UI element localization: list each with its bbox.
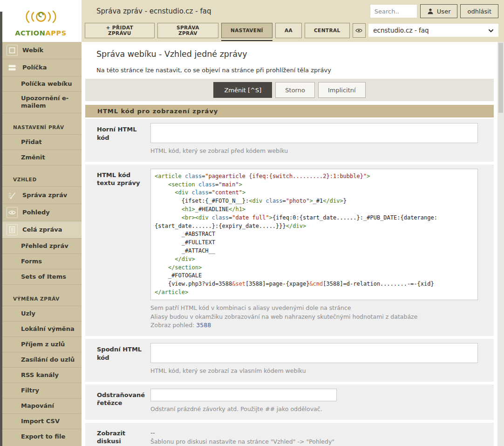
search-input[interactable] — [370, 4, 417, 18]
user-button-label: User — [437, 8, 451, 15]
removed-strings-input[interactable] — [150, 389, 337, 401]
sidebar-item-mapovani[interactable]: Mapování — [0, 398, 82, 413]
user-button[interactable]: User — [420, 4, 458, 18]
sidebar-item-label: Filtry — [21, 387, 39, 394]
removed-strings-label: Odstraňované řetězce — [97, 389, 150, 414]
sidebar-item-forms[interactable]: Forms — [0, 254, 82, 269]
top-html-label: Horní HTML kód — [97, 123, 150, 156]
rows-icon — [7, 62, 18, 73]
top-html-hint: HTML kód, který se zobrazí před kódem we… — [150, 147, 478, 156]
bottom-html-hint: HTML kód, který se zobrazí za vlasním kó… — [150, 367, 478, 376]
form-row-removed-strings: Odstraňované řetězce Odstraní prázdné zá… — [85, 384, 494, 420]
vertical-scrollbar[interactable] — [497, 42, 504, 446]
code-line: _#FULLTEXT — [155, 239, 474, 247]
sidebar-item-label: Příjem z uzlů — [21, 341, 65, 348]
code-line: </section> — [155, 264, 474, 272]
code-line: <br><div class="date full">{ifeq:0:{star… — [155, 214, 474, 222]
sidebar-item-import-csv[interactable]: Import CSV — [0, 413, 82, 429]
top-html-textarea[interactable] — [150, 123, 478, 143]
sidebar-item-label: Lokální výměna — [21, 325, 75, 333]
sidebar-item-label: Políčka webíku — [21, 80, 72, 88]
code-line: <div class="content"> — [155, 189, 474, 197]
code-line: {view.php3?vid=3588&set[3588]=page-{xpag… — [155, 280, 474, 288]
default-button[interactable]: Implicitní — [318, 82, 366, 98]
sidebar-item-sets-of-items[interactable]: Sets of Items — [0, 269, 82, 284]
code-line: _#FOTOGALE — [155, 272, 474, 280]
sidebar-item-label: Pohledy — [22, 209, 50, 216]
sidebar-item-sprava-zprav[interactable]: Správa zpráv — [0, 186, 82, 204]
tab-nastaveni[interactable]: NASTAVENÍ — [221, 23, 272, 38]
tab-pridat-zpravu[interactable]: + PŘIDAT ZPRÁVU — [85, 23, 155, 38]
sidebar-item-lokalni-vymena[interactable]: Lokální výměna — [0, 321, 82, 336]
submit-button[interactable]: Změnit [^S] — [213, 82, 272, 98]
sidebar-item-zmenit[interactable]: Změnit — [0, 150, 82, 165]
action-bar-top: Změnit [^S] Storno Implicitní — [85, 79, 494, 101]
scrollbar-thumb[interactable] — [498, 43, 503, 113]
sidebar-section-label: NASTAVENÍ PRÁV — [13, 124, 64, 130]
tab-sprava-zprav[interactable]: SPRÁVA ZPRÁV — [157, 23, 218, 38]
form-row-body-html: HTML kód textu zprávy <article class="pa… — [85, 165, 494, 336]
code-line: {start_date......}:{expiry_date.....}}}<… — [155, 222, 474, 231]
eye-icon — [7, 207, 18, 218]
topbar: Správa zpráv - ecnstudio.cz - faq User o… — [82, 0, 504, 42]
logo-block[interactable]: ACTIONAPPS — [0, 0, 82, 42]
code-line: _#ATTACH__ — [155, 247, 474, 255]
discussion-label: Zobrazit diskusi — [97, 427, 150, 446]
sidebar-item-uzly[interactable]: Uzly — [0, 306, 82, 321]
tab-central[interactable]: CENTRAL — [305, 23, 350, 38]
sidebar-item-label: Webík — [22, 47, 43, 54]
section-header: HTML kód pro zobrazení zprávy — [85, 105, 494, 117]
sidebar-item-zasilani-do-uzlu[interactable]: Zasílání do uzlů — [0, 352, 82, 367]
wordmark-apps: APPS — [45, 29, 66, 37]
code-line: </div> — [155, 255, 474, 264]
sidebar: ACTIONAPPS WebíkPolíčkaPolíčka webíkuUpo… — [0, 0, 82, 446]
page-title: Správa webíku - Vzhled jedné zprávy — [96, 49, 497, 59]
sidebar-item-label: Políčka — [22, 64, 47, 71]
topbar-title-row: Správa zpráv - ecnstudio.cz - faq User o… — [82, 0, 504, 22]
sidebar-item-prijem-z-uzlu[interactable]: Příjem z uzlů — [0, 336, 82, 352]
sidebar-item-label: Celá zpráva — [22, 226, 62, 233]
sidebar-item-label: Sets of Items — [21, 273, 66, 281]
sidebar-item-label: Mapování — [21, 402, 54, 410]
cancel-button[interactable]: Storno — [275, 82, 315, 98]
bottom-html-label: Spodní HTML kód — [97, 343, 150, 376]
body-html-code-editor[interactable]: <article class="pagearticle {ifeq:{switc… — [150, 169, 478, 300]
sidebar-item-export-to-file[interactable]: Export to file — [0, 429, 82, 444]
sidebar-item-label: Uzly — [21, 310, 35, 317]
sidebar-item-policka-webiku[interactable]: Políčka webíku — [0, 76, 82, 91]
view-link[interactable]: 3588 — [196, 322, 211, 329]
bottom-html-textarea[interactable] — [150, 343, 478, 363]
sidebar-item-prehled-zprav[interactable]: Přehled zpráv — [0, 238, 82, 254]
sidebar-item-policka[interactable]: Políčka — [0, 59, 82, 76]
body-html-hint-1: Sem patří HTML kód v kombinaci s aliasy … — [150, 304, 478, 313]
form-row-top-html: Horní HTML kód HTML kód, který se zobraz… — [85, 119, 494, 162]
discussion-hint: Šablonu pro diskusi nastavíte na stránce… — [150, 438, 478, 446]
sidebar-section-label: VZHLED — [13, 177, 37, 182]
form-row-discussion: Zobrazit diskusi -- Šablonu pro diskusi … — [85, 423, 494, 446]
sidebar-item-webik[interactable]: Webík — [0, 42, 82, 59]
sidebar-item-label: Přehled zpráv — [21, 242, 68, 250]
sidebar-item-rss-kanaly[interactable]: RSS kanály — [0, 367, 82, 383]
eye-icon — [355, 27, 362, 34]
sidebar-item-filtry[interactable]: Filtry — [0, 383, 82, 398]
sidebar-item-pohledy[interactable]: Pohledy — [0, 204, 82, 221]
code-line: {ifset:{_#FOTO_N__}:<div class="photo">_… — [155, 197, 474, 206]
logout-button[interactable]: odhlásit — [460, 4, 498, 18]
sidebar-item-label: RSS kanály — [21, 371, 59, 379]
sidebar-section-nastaveni-prav: NASTAVENÍ PRÁV — [0, 113, 82, 134]
logout-button-label: odhlásit — [467, 8, 491, 15]
sidebar-menu: WebíkPolíčkaPolíčka webíkuUpozornění e-m… — [0, 42, 82, 444]
body-html-label: HTML kód textu zprávy — [97, 169, 150, 330]
preview-eye-button[interactable] — [353, 23, 366, 38]
sidebar-item-label: Upozornění e-mailem — [21, 95, 78, 110]
code-line: </article> — [155, 288, 474, 297]
slice-select[interactable]: ecnstudio.cz - faq — [368, 24, 498, 37]
code-line: _#ABSTRACT — [155, 230, 474, 239]
edit-list-icon — [7, 190, 18, 201]
sidebar-item-cela-zprava[interactable]: Celá zpráva — [0, 221, 82, 238]
sidebar-item-upozorneni-e-mailem[interactable]: Upozornění e-mailem — [0, 91, 82, 113]
form-row-bottom-html: Spodní HTML kód HTML kód, který se zobra… — [85, 339, 494, 382]
body-html-hint-2: Aliasy budou v okamžiku zobrazování na w… — [150, 313, 478, 322]
tab-aa[interactable]: AA — [275, 23, 302, 38]
sidebar-item-pridat[interactable]: Přidat — [0, 134, 82, 150]
